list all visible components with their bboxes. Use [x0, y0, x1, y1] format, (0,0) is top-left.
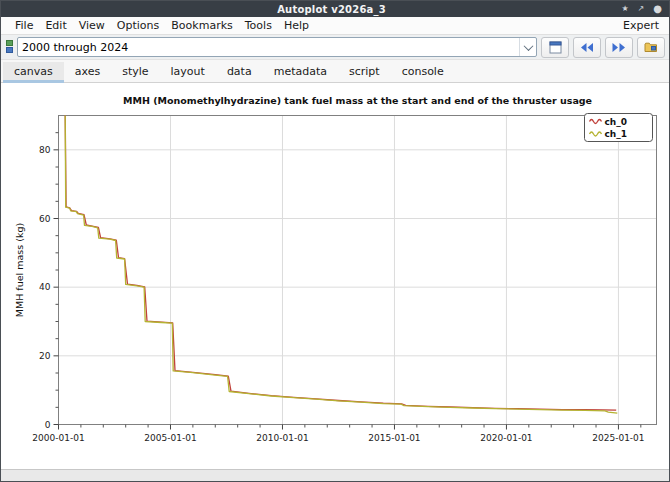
plot-canvas[interactable]: 2000-01-012005-01-012010-01-012015-01-01… [1, 83, 669, 469]
data-source-editor-button[interactable] [541, 37, 569, 58]
menu-help[interactable]: Help [278, 19, 315, 32]
y-tick-label: 40 [39, 282, 51, 292]
uri-type-icon [6, 40, 13, 54]
forward-arrows-icon [612, 42, 626, 53]
autoplot-window: Autoplot v2026a_3 ★ ↗ ● File Edit View O… [0, 0, 670, 482]
expert-mode-label[interactable]: Expert [617, 19, 661, 32]
menu-bookmarks[interactable]: Bookmarks [165, 19, 238, 32]
tab-data[interactable]: data [216, 62, 263, 82]
address-bar [1, 34, 669, 60]
tab-axes[interactable]: axes [64, 62, 111, 82]
tab-layout[interactable]: layout [160, 62, 216, 82]
plot-frame [59, 116, 657, 425]
x-tick-label: 2015-01-01 [368, 433, 420, 443]
window-controls: ★ ↗ ● [602, 1, 669, 17]
window-titlebar[interactable]: Autoplot v2026a_3 ★ ↗ ● [1, 1, 669, 17]
pin-icon[interactable]: ★ [621, 1, 628, 17]
window-title: Autoplot v2026a_3 [61, 4, 602, 15]
tab-script[interactable]: script [338, 62, 391, 82]
open-bookmark-button[interactable] [637, 37, 665, 58]
close-icon[interactable]: ● [653, 1, 662, 17]
x-tick-label: 2010-01-01 [256, 433, 308, 443]
legend-label-ch_0: ch_0 [605, 117, 628, 127]
y-tick-label: 80 [39, 145, 51, 155]
y-tick-label: 0 [45, 420, 51, 430]
menu-options[interactable]: Options [111, 19, 165, 32]
tab-metadata[interactable]: metadata [263, 62, 338, 82]
uri-dropdown-button[interactable] [519, 38, 536, 56]
chevron-down-icon [523, 41, 533, 51]
status-bar [1, 469, 669, 481]
forward-button[interactable] [605, 37, 633, 58]
x-tick-label: 2000-01-01 [32, 433, 84, 443]
menu-file[interactable]: File [9, 19, 39, 32]
series-ch_0 [65, 116, 616, 411]
y-axis-label: MMH fuel mass (kg) [14, 223, 25, 317]
x-tick-label: 2020-01-01 [480, 433, 532, 443]
plot-title: MMH (Monomethylhydrazine) tank fuel mass… [123, 95, 592, 106]
tab-bar: canvas axes style layout data metadata s… [1, 60, 669, 83]
plot-canvas-area[interactable]: 2000-01-012005-01-012010-01-012015-01-01… [1, 83, 669, 469]
x-tick-label: 2005-01-01 [144, 433, 196, 443]
y-tick-label: 20 [39, 351, 51, 361]
uri-input[interactable] [18, 39, 519, 55]
back-button[interactable] [573, 37, 601, 58]
tab-console[interactable]: console [391, 62, 455, 82]
back-arrows-icon [580, 42, 594, 53]
y-tick-label: 60 [39, 214, 51, 224]
tab-style[interactable]: style [111, 62, 159, 82]
window-panel-icon [549, 41, 562, 54]
menu-view[interactable]: View [73, 19, 111, 32]
maximize-icon[interactable]: ↗ [638, 1, 645, 17]
uri-combobox [17, 37, 537, 57]
menu-tools[interactable]: Tools [239, 19, 278, 32]
folder-icon [644, 41, 658, 53]
series-ch_1 [65, 116, 617, 414]
tab-canvas[interactable]: canvas [3, 62, 64, 82]
menu-edit[interactable]: Edit [39, 19, 72, 32]
x-tick-label: 2025-01-01 [592, 433, 644, 443]
legend[interactable]: ch_0ch_1 [585, 114, 653, 142]
legend-label-ch_1: ch_1 [605, 129, 628, 139]
menu-bar: File Edit View Options Bookmarks Tools H… [1, 17, 669, 34]
